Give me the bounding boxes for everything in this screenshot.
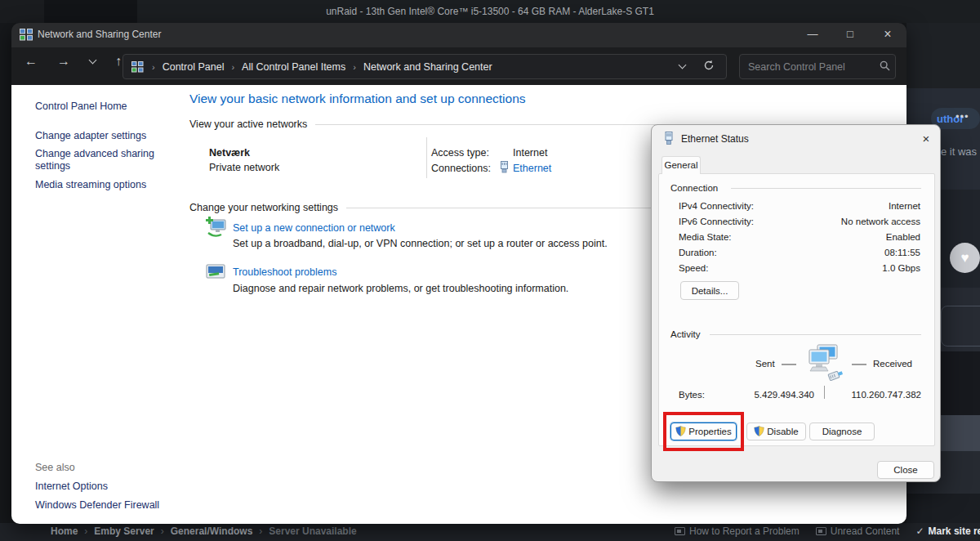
network-center-icon	[131, 61, 145, 73]
breadcrumb-sep-icon: ›	[259, 525, 262, 537]
close-button[interactable]: ×	[869, 23, 906, 47]
speed-row: Speed: 1.0 Gbps	[679, 263, 920, 273]
access-type-label: Access type:	[431, 147, 489, 159]
close-dialog-button[interactable]: Close	[877, 461, 934, 479]
network-center-icon	[20, 29, 33, 44]
forum-bottom-bar: Home › Emby Server › General/Windows › S…	[0, 523, 980, 541]
dialog-tab-page: Connection IPv4 Connectivity: Internet I…	[658, 173, 935, 446]
forum-panel	[906, 23, 980, 88]
window-title: Network and Sharing Center	[38, 29, 161, 40]
connections-ethernet-link[interactable]: Ethernet	[513, 163, 551, 174]
screen: unRaid - 13th Gen Intel® Core™ i5-13500 …	[0, 0, 980, 541]
troubleshoot-problems-desc: Diagnose and repair network problems, or…	[233, 283, 568, 294]
ethernet-icon	[500, 161, 509, 177]
unread-content-link[interactable]: Unread Content	[816, 525, 900, 537]
up-icon[interactable]: ↑	[115, 54, 122, 69]
forum-breadcrumb-general[interactable]: General/Windows	[171, 525, 253, 537]
dialog-title: Ethernet Status	[681, 133, 749, 145]
address-bar-actions	[679, 60, 718, 74]
address-dropdown-chevron-icon[interactable]	[679, 61, 687, 69]
forum-breadcrumb-emby[interactable]: Emby Server	[94, 525, 154, 537]
troubleshoot-problems-link[interactable]: Troubleshoot problems	[233, 266, 336, 278]
details-button[interactable]: Details...	[680, 281, 739, 300]
refresh-icon[interactable]	[703, 60, 715, 74]
divider	[426, 137, 427, 178]
breadcrumb-control-panel[interactable]: Control Panel	[163, 61, 225, 73]
breadcrumb-current[interactable]: Network and Sharing Center	[363, 61, 492, 73]
search-icon[interactable]	[880, 60, 890, 74]
troubleshoot-icon	[205, 262, 227, 284]
setup-new-connection-link[interactable]: Set up a new connection or network	[233, 222, 395, 234]
forum-breadcrumb-current: Server Unavailable	[269, 525, 356, 537]
mark-site-read-link[interactable]: ✓Mark site re	[915, 525, 980, 537]
back-icon[interactable]: ←	[24, 54, 38, 69]
network-name: Netværk	[209, 147, 250, 159]
forward-icon[interactable]: →	[57, 54, 70, 69]
disable-button[interactable]: Disable	[746, 423, 806, 440]
received-label: Received	[873, 359, 912, 369]
sidebar-item-change-adapter-settings[interactable]: Change adapter settings	[35, 130, 166, 142]
more-options-icon[interactable]: •••	[956, 110, 969, 123]
networking-settings-label: Change your networking settings	[189, 202, 338, 213]
duration-row: Duration: 08:11:55	[679, 248, 920, 257]
sidebar-item-internet-options[interactable]: Internet Options	[35, 481, 166, 493]
dialog-close-icon[interactable]: ×	[916, 130, 936, 148]
quote-button[interactable]	[941, 306, 980, 347]
bytes-sent-value: 5.429.494.340	[741, 390, 814, 400]
breadcrumb-sep-icon: ›	[152, 62, 155, 72]
media-state-row: Media State: Enabled	[679, 232, 920, 242]
report-problem-link[interactable]: How to Report a Problem	[675, 525, 800, 537]
breadcrumb-sep-icon: ›	[353, 62, 356, 72]
ethernet-icon	[664, 132, 674, 149]
uac-shield-icon	[754, 426, 764, 438]
diagnose-button[interactable]: Diagnose	[809, 423, 875, 440]
browser-tab-title: unRaid - 13th Gen Intel® Core™ i5-13500 …	[0, 0, 980, 23]
activity-group-label: Activity	[670, 329, 700, 339]
sent-label: Sent	[755, 359, 775, 369]
address-bar[interactable]: › Control Panel › All Control Panel Item…	[122, 54, 727, 79]
row-value: No network access	[841, 217, 920, 226]
row-label: Speed:	[679, 263, 708, 273]
active-networks-label: View your active networks	[189, 118, 307, 130]
tab-general[interactable]: General	[662, 156, 701, 174]
forum-breadcrumb-home[interactable]: Home	[51, 525, 78, 537]
search-input[interactable]	[748, 61, 880, 73]
page-title: View your basic network information and …	[189, 92, 526, 106]
access-type-value: Internet	[513, 147, 547, 159]
sidebar-item-windows-defender-firewall[interactable]: Windows Defender Firewall	[35, 499, 166, 512]
divider	[710, 334, 921, 335]
forum-panel-3	[906, 494, 980, 523]
connections-label: Connections:	[431, 163, 491, 174]
row-value: Enabled	[886, 232, 920, 242]
see-also-label: See also	[35, 462, 166, 474]
network-type: Private network	[209, 162, 279, 173]
ethernet-status-dialog: Ethernet Status × General Connection IPv…	[651, 124, 941, 482]
row-label: IPv4 Connectivity:	[679, 201, 754, 211]
sidebar-item-media-streaming[interactable]: Media streaming options	[35, 179, 166, 191]
bytes-received-value: 110.260.747.382	[845, 390, 921, 400]
like-heart-button[interactable]: ♥	[950, 243, 980, 273]
heart-icon: ♥	[960, 250, 969, 266]
divider	[824, 386, 825, 399]
maximize-button[interactable]: □	[831, 23, 869, 47]
page-icon	[675, 527, 685, 535]
divider	[852, 364, 866, 365]
recent-pages-chevron-icon[interactable]	[89, 56, 97, 64]
row-label: Media State:	[679, 232, 732, 242]
row-value: 08:11:55	[884, 248, 920, 257]
new-connection-icon	[205, 217, 227, 239]
row-label: Duration:	[679, 248, 717, 257]
browser-topbar: unRaid - 13th Gen Intel® Core™ i5-13500 …	[0, 0, 980, 23]
divider	[782, 364, 796, 365]
bytes-label: Bytes:	[679, 390, 705, 400]
red-highlight-annotation	[663, 412, 744, 451]
breadcrumb-all-items[interactable]: All Control Panel Items	[242, 61, 345, 73]
sidebar-item-advanced-sharing[interactable]: Change advanced sharing settings	[35, 148, 158, 172]
breadcrumb-sep-icon: ›	[231, 62, 234, 72]
setup-new-connection-desc: Set up a broadband, dial-up, or VPN conn…	[233, 238, 608, 249]
connection-group-label: Connection	[670, 183, 718, 193]
minimize-button[interactable]: —	[794, 23, 831, 47]
divider	[731, 188, 921, 189]
sidebar-item-control-panel-home[interactable]: Control Panel Home	[35, 101, 166, 113]
ipv6-row: IPv6 Connectivity: No network access	[679, 217, 920, 226]
